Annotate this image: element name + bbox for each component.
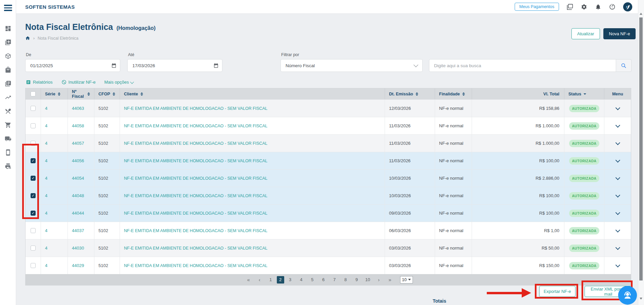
row-menu-button[interactable] [608,230,627,232]
settings-icon[interactable] [581,4,587,10]
nova-nfe-button[interactable]: Nova NF-e [603,28,636,39]
row-checkbox[interactable] [31,123,36,128]
header-cfop[interactable]: CFOP [94,88,120,99]
page-9[interactable]: 9 [352,276,362,283]
serie-link[interactable]: 4 [45,123,47,128]
support-chat-button[interactable] [618,286,637,305]
cliente-link[interactable]: NF-E EMITIDA EM AMBIENTE DE HOMOLOGACAO … [124,141,267,146]
row-checkbox[interactable] [31,228,36,233]
date-from-input[interactable] [25,59,120,72]
nfiscal-link[interactable]: 44056 [72,158,84,163]
home-icon[interactable] [25,36,30,41]
row-checkbox[interactable] [31,158,36,163]
row-checkbox[interactable] [31,176,36,181]
mais-opcoes-link[interactable]: Mais opções [104,80,133,85]
row-menu-button[interactable] [608,160,627,162]
vertical-scrollbar[interactable] [638,0,644,305]
filter-type-select[interactable]: Número Fiscal [281,59,423,72]
page-7[interactable]: 7 [330,276,340,283]
page-last[interactable]: » [385,276,395,284]
add-document-icon[interactable] [5,39,11,46]
row-checkbox[interactable] [31,263,36,268]
serie-link[interactable]: 4 [45,158,47,163]
nfiscal-link[interactable]: 44037 [72,228,84,233]
scrollbar-thumb[interactable] [639,17,643,280]
cliente-link[interactable]: NF-E EMITIDA EM AMBIENTE DE HOMOLOGACAO … [124,176,267,181]
page-first[interactable]: « [244,276,254,284]
nfiscal-link[interactable]: 44057 [72,141,84,146]
utensils-icon[interactable] [5,108,11,115]
nfiscal-link[interactable]: 44054 [72,176,84,181]
select-all-checkbox[interactable] [31,91,36,96]
page-5[interactable]: 5 [307,276,317,283]
row-menu-button[interactable] [608,265,627,267]
serie-link[interactable]: 4 [45,211,47,216]
help-icon[interactable] [609,4,615,10]
relatorios-link[interactable]: Relatórios [26,80,53,85]
meus-pagamentos-button[interactable]: Meus Pagamentos [515,3,559,11]
print-search-icon[interactable] [5,163,11,170]
notifications-icon[interactable] [595,4,601,10]
row-menu-button[interactable] [608,107,627,110]
header-cliente[interactable]: Cliente [120,88,385,99]
search-button[interactable] [616,59,632,72]
page-10[interactable]: 10 [363,276,373,283]
page-next[interactable]: › [374,276,384,284]
documents-icon[interactable] [5,80,11,87]
cliente-link[interactable]: NF-E EMITIDA EM AMBIENTE DE HOMOLOGACAO … [124,124,267,128]
cliente-link[interactable]: NF-E EMITIDA EM AMBIENTE DE HOMOLOGACAO … [124,246,267,251]
scroll-down-arrow[interactable] [640,298,642,300]
row-checkbox[interactable] [31,211,36,216]
row-checkbox[interactable] [31,141,36,146]
serie-link[interactable]: 4 [45,106,47,111]
row-checkbox[interactable] [31,193,36,198]
row-menu-button[interactable] [608,212,627,214]
cliente-link[interactable]: NF-E EMITIDA EM AMBIENTE DE HOMOLOGACAO … [124,263,267,268]
row-menu-button[interactable] [608,195,627,197]
phone-icon[interactable] [5,149,11,156]
serie-link[interactable]: 4 [45,246,47,251]
atualizar-button[interactable]: Atualizar [571,28,600,39]
scroll-up-arrow[interactable] [640,13,642,15]
chart-icon[interactable] [5,94,11,101]
header-serie[interactable]: Série [41,88,68,99]
row-menu-button[interactable] [608,142,627,144]
cliente-link[interactable]: NF-E EMITIDA EM AMBIENTE DE HOMOLOGACAO … [124,228,267,233]
header-emissao[interactable]: Dt. Emissão [385,88,435,99]
page-2[interactable]: 2 [277,276,284,284]
page-6[interactable]: 6 [318,276,329,283]
serie-link[interactable]: 4 [45,141,47,146]
page-8[interactable]: 8 [341,276,351,283]
serie-link[interactable]: 4 [45,228,47,233]
header-status[interactable]: Status [564,88,604,99]
cart-icon[interactable] [5,122,11,128]
windows-icon[interactable] [567,4,573,10]
serie-link[interactable]: 4 [45,263,47,268]
exportar-nfe-button[interactable]: Exportar NF-e [539,286,575,297]
cliente-link[interactable]: NF-E EMITIDA EM AMBIENTE DE HOMOLOGACAO … [124,211,267,216]
header-finalidade[interactable]: Finalidade [435,88,472,99]
row-menu-button[interactable] [608,125,627,127]
page-size-select[interactable]: 10 [400,276,413,284]
bag-icon[interactable] [5,67,11,73]
nfiscal-link[interactable]: 44044 [72,211,84,216]
nfiscal-link[interactable]: 44029 [72,263,84,268]
page-4[interactable]: 4 [296,276,306,283]
cliente-link[interactable]: NF-E EMITIDA EM AMBIENTE DE HOMOLOGACAO … [124,193,267,198]
serie-link[interactable]: 4 [45,193,47,198]
nfiscal-link[interactable]: 44063 [72,106,84,111]
header-nfiscal[interactable]: Nº Fiscal [68,88,94,99]
serie-link[interactable]: 4 [45,176,47,181]
dashboard-icon[interactable] [5,25,11,32]
search-input[interactable] [429,59,616,72]
row-menu-button[interactable] [608,177,627,179]
menu-icon[interactable] [4,5,12,11]
page-3[interactable]: 3 [285,276,295,283]
user-avatar[interactable] [623,2,632,11]
page-1[interactable]: 1 [266,276,276,283]
page-prev[interactable]: ‹ [255,276,265,284]
row-checkbox[interactable] [31,106,36,111]
package-icon[interactable] [5,53,11,59]
inutilizar-link[interactable]: Inutilizar NF-e [61,80,96,85]
nfiscal-link[interactable]: 44058 [72,123,84,128]
